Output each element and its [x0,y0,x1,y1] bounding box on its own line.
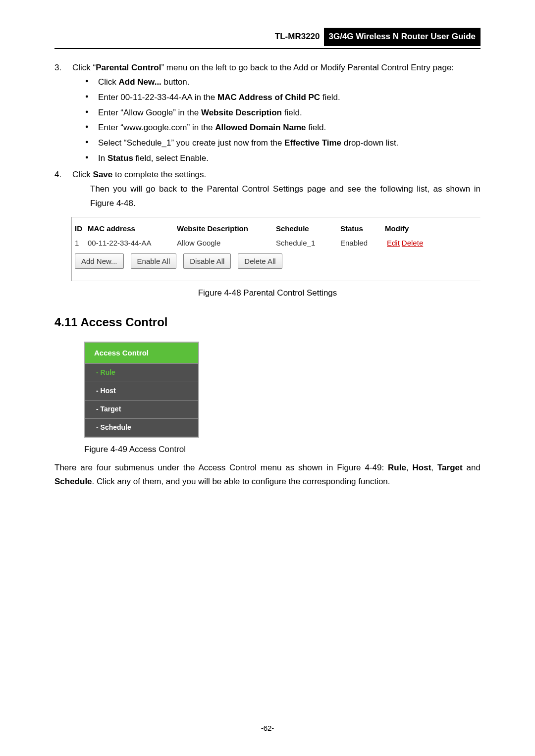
menu-item-host[interactable]: - Host [85,382,198,400]
figure-4-48: ID MAC address Website Description Sched… [71,217,481,282]
add-new-button[interactable]: Add New... [75,253,124,269]
access-control-paragraph: There are four submenus under the Access… [54,461,481,490]
col-status: Status [340,222,385,235]
edit-link[interactable]: Edit [387,239,400,247]
bullet-5: In Status field, select Enable. [85,151,481,166]
model-label: TL-MR3220 [275,30,324,44]
page-header: TL-MR3220 3G/4G Wireless N Router User G… [54,28,481,49]
col-desc: Website Description [177,222,276,235]
cell-desc: Allow Google [177,237,276,250]
menu-header[interactable]: Access Control [85,343,198,364]
cell-mac: 00-11-22-33-44-AA [88,237,177,250]
menu-item-rule[interactable]: - Rule [85,363,198,382]
parental-control-table: ID MAC address Website Description Sched… [71,217,481,282]
delete-link[interactable]: Delete [402,239,423,247]
step-4: Click Save to complete the settings. The… [72,168,481,211]
delete-all-button[interactable]: Delete All [238,253,282,269]
disable-all-button[interactable]: Disable All [183,253,231,269]
step3-text-b: Parental Control [96,63,161,72]
page-number: -62- [0,722,535,735]
table-row: 1 00-11-22-33-44-AA Allow Google Schedul… [75,236,477,251]
menu-item-target[interactable]: - Target [85,400,198,418]
figure-4-48-caption: Figure 4-48 Parental Control Settings [54,286,481,301]
access-control-menu: Access Control - Rule - Host - Target - … [84,342,199,438]
bullet-3: Enter “www.google.com” in the Allowed Do… [85,121,481,135]
cell-status: Enabled [340,237,385,250]
step-3: Click “Parental Control” menu on the lef… [72,61,481,166]
col-modify: Modify [385,222,434,235]
figure-4-49-caption: Figure 4-49 Access Control [84,443,481,457]
enable-all-button[interactable]: Enable All [131,253,177,269]
step4-then: Then you will go back to the Parental Co… [90,182,481,211]
guide-title: 3G/4G Wireless N Router User Guide [324,28,481,46]
bullet-0: Click Add New... button. [85,75,481,90]
cell-id: 1 [75,237,88,250]
col-schedule: Schedule [276,222,340,235]
col-id: ID [75,222,88,235]
menu-item-schedule[interactable]: - Schedule [85,418,198,437]
bullet-1: Enter 00-11-22-33-44-AA in the MAC Addre… [85,91,481,105]
col-mac: MAC address [88,222,177,235]
step3-text-c: ” menu on the left to go back to the Add… [161,63,454,72]
bullet-2: Enter “Allow Google” in the Website Desc… [85,106,481,120]
step3-text-a: Click “ [72,63,96,72]
cell-schedule: Schedule_1 [276,237,340,250]
figure-4-49: Access Control - Rule - Host - Target - … [84,342,481,438]
bullet-4: Select “Schedule_1” you create just now … [85,136,481,151]
section-heading-access-control: 4.11 Access Control [54,312,481,333]
